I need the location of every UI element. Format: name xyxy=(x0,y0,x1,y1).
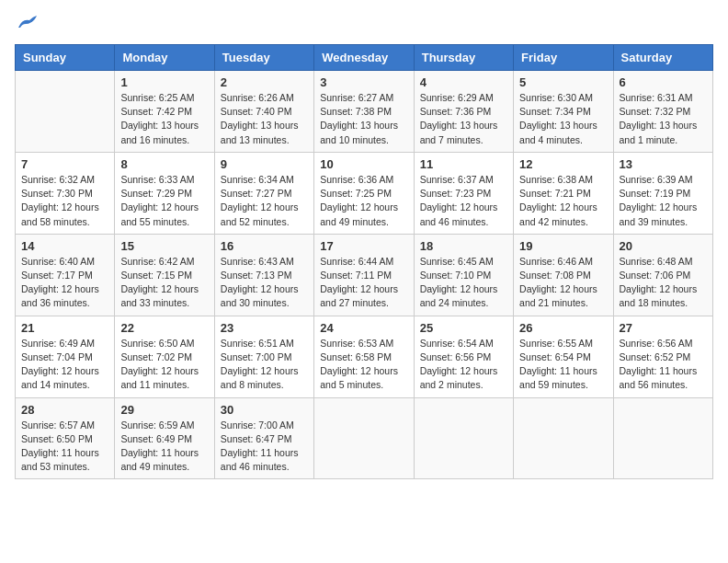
calendar-cell: 29Sunrise: 6:59 AM Sunset: 6:49 PM Dayli… xyxy=(115,397,214,479)
day-number: 3 xyxy=(320,75,407,89)
col-header-saturday: Saturday xyxy=(613,45,712,71)
calendar-header-row: SundayMondayTuesdayWednesdayThursdayFrid… xyxy=(16,45,713,71)
day-info: Sunrise: 6:42 AM Sunset: 7:15 PM Dayligh… xyxy=(120,255,208,311)
day-number: 23 xyxy=(221,321,308,335)
day-info: Sunrise: 6:39 AM Sunset: 7:19 PM Dayligh… xyxy=(620,173,707,229)
page-header xyxy=(15,15,713,33)
day-info: Sunrise: 6:55 AM Sunset: 6:54 PM Dayligh… xyxy=(519,337,607,393)
day-info: Sunrise: 6:45 AM Sunset: 7:10 PM Dayligh… xyxy=(420,255,507,311)
day-info: Sunrise: 6:56 AM Sunset: 6:52 PM Dayligh… xyxy=(620,337,707,393)
calendar-cell: 23Sunrise: 6:51 AM Sunset: 7:00 PM Dayli… xyxy=(214,316,313,397)
calendar-cell: 18Sunrise: 6:45 AM Sunset: 7:10 PM Dayli… xyxy=(414,234,513,316)
day-number: 26 xyxy=(519,321,607,335)
calendar-cell: 14Sunrise: 6:40 AM Sunset: 7:17 PM Dayli… xyxy=(16,234,115,316)
calendar-week-row: 7Sunrise: 6:32 AM Sunset: 7:30 PM Daylig… xyxy=(16,152,713,234)
day-number: 28 xyxy=(21,403,108,417)
calendar-cell xyxy=(16,71,115,153)
calendar-cell xyxy=(613,397,712,479)
day-info: Sunrise: 6:36 AM Sunset: 7:25 PM Dayligh… xyxy=(320,173,407,229)
day-number: 5 xyxy=(519,75,607,89)
calendar-cell: 10Sunrise: 6:36 AM Sunset: 7:25 PM Dayli… xyxy=(314,152,414,234)
col-header-friday: Friday xyxy=(514,45,613,71)
calendar-week-row: 21Sunrise: 6:49 AM Sunset: 7:04 PM Dayli… xyxy=(16,316,713,397)
calendar-cell: 22Sunrise: 6:50 AM Sunset: 7:02 PM Dayli… xyxy=(115,316,214,397)
day-info: Sunrise: 6:48 AM Sunset: 7:06 PM Dayligh… xyxy=(620,255,707,311)
day-info: Sunrise: 6:54 AM Sunset: 6:56 PM Dayligh… xyxy=(420,337,507,393)
calendar-cell: 16Sunrise: 6:43 AM Sunset: 7:13 PM Dayli… xyxy=(214,234,313,316)
calendar-cell: 5Sunrise: 6:30 AM Sunset: 7:34 PM Daylig… xyxy=(514,71,613,153)
day-info: Sunrise: 6:27 AM Sunset: 7:38 PM Dayligh… xyxy=(320,91,407,147)
col-header-wednesday: Wednesday xyxy=(314,45,414,71)
logo xyxy=(15,15,37,33)
day-info: Sunrise: 6:33 AM Sunset: 7:29 PM Dayligh… xyxy=(120,173,208,229)
calendar-week-row: 28Sunrise: 6:57 AM Sunset: 6:50 PM Dayli… xyxy=(16,397,713,479)
calendar-cell: 25Sunrise: 6:54 AM Sunset: 6:56 PM Dayli… xyxy=(414,316,513,397)
calendar-cell: 7Sunrise: 6:32 AM Sunset: 7:30 PM Daylig… xyxy=(16,152,115,234)
calendar-cell: 2Sunrise: 6:26 AM Sunset: 7:40 PM Daylig… xyxy=(214,71,313,153)
day-number: 19 xyxy=(519,239,607,253)
day-number: 22 xyxy=(120,321,208,335)
day-number: 7 xyxy=(21,157,108,171)
day-info: Sunrise: 6:53 AM Sunset: 6:58 PM Dayligh… xyxy=(320,337,407,393)
day-number: 10 xyxy=(320,157,407,171)
day-info: Sunrise: 6:38 AM Sunset: 7:21 PM Dayligh… xyxy=(519,173,607,229)
day-number: 11 xyxy=(420,157,507,171)
day-info: Sunrise: 7:00 AM Sunset: 6:47 PM Dayligh… xyxy=(221,419,308,475)
day-info: Sunrise: 6:44 AM Sunset: 7:11 PM Dayligh… xyxy=(320,255,407,311)
day-info: Sunrise: 6:34 AM Sunset: 7:27 PM Dayligh… xyxy=(221,173,308,229)
day-number: 25 xyxy=(420,321,507,335)
day-info: Sunrise: 6:30 AM Sunset: 7:34 PM Dayligh… xyxy=(519,91,607,147)
calendar-week-row: 1Sunrise: 6:25 AM Sunset: 7:42 PM Daylig… xyxy=(16,71,713,153)
calendar-cell: 26Sunrise: 6:55 AM Sunset: 6:54 PM Dayli… xyxy=(514,316,613,397)
day-number: 17 xyxy=(320,239,407,253)
calendar-cell: 11Sunrise: 6:37 AM Sunset: 7:23 PM Dayli… xyxy=(414,152,513,234)
day-number: 24 xyxy=(320,321,407,335)
calendar-cell: 6Sunrise: 6:31 AM Sunset: 7:32 PM Daylig… xyxy=(613,71,712,153)
day-number: 15 xyxy=(120,239,208,253)
calendar-cell: 1Sunrise: 6:25 AM Sunset: 7:42 PM Daylig… xyxy=(115,71,214,153)
calendar-cell: 8Sunrise: 6:33 AM Sunset: 7:29 PM Daylig… xyxy=(115,152,214,234)
col-header-sunday: Sunday xyxy=(16,45,115,71)
day-info: Sunrise: 6:59 AM Sunset: 6:49 PM Dayligh… xyxy=(120,419,208,475)
calendar-cell: 9Sunrise: 6:34 AM Sunset: 7:27 PM Daylig… xyxy=(214,152,313,234)
day-number: 21 xyxy=(21,321,108,335)
calendar-cell: 28Sunrise: 6:57 AM Sunset: 6:50 PM Dayli… xyxy=(16,397,115,479)
calendar-cell xyxy=(414,397,513,479)
calendar-cell: 21Sunrise: 6:49 AM Sunset: 7:04 PM Dayli… xyxy=(16,316,115,397)
day-number: 6 xyxy=(620,75,707,89)
calendar-cell: 20Sunrise: 6:48 AM Sunset: 7:06 PM Dayli… xyxy=(613,234,712,316)
day-info: Sunrise: 6:31 AM Sunset: 7:32 PM Dayligh… xyxy=(620,91,707,147)
day-number: 29 xyxy=(120,403,208,417)
day-info: Sunrise: 6:57 AM Sunset: 6:50 PM Dayligh… xyxy=(21,419,108,475)
day-number: 1 xyxy=(120,75,208,89)
calendar-cell: 19Sunrise: 6:46 AM Sunset: 7:08 PM Dayli… xyxy=(514,234,613,316)
logo-bird-icon xyxy=(17,15,37,33)
day-info: Sunrise: 6:50 AM Sunset: 7:02 PM Dayligh… xyxy=(120,337,208,393)
day-info: Sunrise: 6:43 AM Sunset: 7:13 PM Dayligh… xyxy=(221,255,308,311)
calendar-cell: 3Sunrise: 6:27 AM Sunset: 7:38 PM Daylig… xyxy=(314,71,414,153)
calendar-week-row: 14Sunrise: 6:40 AM Sunset: 7:17 PM Dayli… xyxy=(16,234,713,316)
col-header-monday: Monday xyxy=(115,45,214,71)
col-header-thursday: Thursday xyxy=(414,45,513,71)
day-number: 12 xyxy=(519,157,607,171)
day-number: 27 xyxy=(620,321,707,335)
day-number: 8 xyxy=(120,157,208,171)
day-info: Sunrise: 6:37 AM Sunset: 7:23 PM Dayligh… xyxy=(420,173,507,229)
day-number: 30 xyxy=(221,403,308,417)
day-number: 18 xyxy=(420,239,507,253)
calendar-table: SundayMondayTuesdayWednesdayThursdayFrid… xyxy=(15,44,713,479)
calendar-cell: 12Sunrise: 6:38 AM Sunset: 7:21 PM Dayli… xyxy=(514,152,613,234)
calendar-cell: 4Sunrise: 6:29 AM Sunset: 7:36 PM Daylig… xyxy=(414,71,513,153)
day-number: 4 xyxy=(420,75,507,89)
calendar-cell xyxy=(314,397,414,479)
calendar-cell: 15Sunrise: 6:42 AM Sunset: 7:15 PM Dayli… xyxy=(115,234,214,316)
day-info: Sunrise: 6:29 AM Sunset: 7:36 PM Dayligh… xyxy=(420,91,507,147)
day-info: Sunrise: 6:25 AM Sunset: 7:42 PM Dayligh… xyxy=(120,91,208,147)
col-header-tuesday: Tuesday xyxy=(214,45,313,71)
day-info: Sunrise: 6:32 AM Sunset: 7:30 PM Dayligh… xyxy=(21,173,108,229)
calendar-cell: 13Sunrise: 6:39 AM Sunset: 7:19 PM Dayli… xyxy=(613,152,712,234)
day-number: 9 xyxy=(221,157,308,171)
day-number: 16 xyxy=(221,239,308,253)
day-number: 20 xyxy=(620,239,707,253)
calendar-cell: 24Sunrise: 6:53 AM Sunset: 6:58 PM Dayli… xyxy=(314,316,414,397)
